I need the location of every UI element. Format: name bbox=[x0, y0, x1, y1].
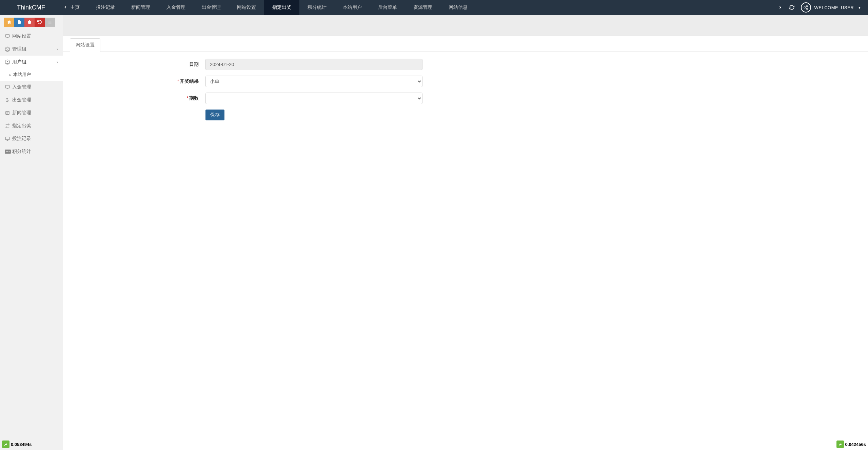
save-button[interactable]: 保存 bbox=[205, 110, 224, 120]
period-label: *期数 bbox=[63, 95, 205, 101]
chevron-right-icon: › bbox=[57, 47, 58, 52]
nav-tab-site-info[interactable]: 网站信息 bbox=[440, 0, 476, 15]
svg-line-3 bbox=[805, 8, 807, 9]
toolbar-recycle-button[interactable] bbox=[35, 18, 45, 27]
nav-scroll-right[interactable] bbox=[774, 0, 786, 15]
nav-tab-resources[interactable]: 资源管理 bbox=[405, 0, 440, 15]
toolbar-home-button[interactable] bbox=[4, 18, 14, 27]
nav-tab-points[interactable]: 积分统计 bbox=[299, 0, 335, 15]
swap-icon bbox=[5, 123, 12, 128]
period-select[interactable] bbox=[205, 93, 422, 104]
sidebar-menu: 网站设置 管理组 › 用户组 › ▸ 本站用户 入金管理 bbox=[0, 30, 63, 158]
caret-down-icon: ▼ bbox=[858, 6, 861, 9]
sidebar-item-label: 新闻管理 bbox=[12, 110, 58, 116]
result-select[interactable]: 小单 bbox=[205, 76, 422, 87]
top-navbar: ThinkCMF 主页 投注记录 新闻管理 入金管理 出金管理 网站设置 指定出… bbox=[0, 0, 868, 15]
date-input[interactable] bbox=[205, 59, 422, 70]
nav-tab-bet-records[interactable]: 投注记录 bbox=[88, 0, 123, 15]
panel-tab-site-settings[interactable]: 网站设置 bbox=[70, 38, 100, 52]
sidebar-subitem-label: 本站用户 bbox=[13, 72, 31, 78]
svg-text:VISA: VISA bbox=[6, 151, 10, 153]
svg-line-4 bbox=[805, 6, 807, 7]
user-menu[interactable]: WELCOME_USER ▼ bbox=[797, 0, 868, 15]
leaf-icon bbox=[2, 441, 9, 448]
panel-tabs: 网站设置 bbox=[63, 36, 868, 52]
triangle-right-icon: ▸ bbox=[9, 73, 11, 77]
result-label: *开奖结果 bbox=[63, 78, 205, 84]
sidebar-item-admin-group[interactable]: 管理组 › bbox=[0, 43, 63, 56]
sidebar-item-news[interactable]: 新闻管理 bbox=[0, 106, 63, 119]
sidebar-item-label: 积分统计 bbox=[12, 149, 58, 155]
sidebar: 网站设置 管理组 › 用户组 › ▸ 本站用户 入金管理 bbox=[0, 15, 63, 450]
settings-form: 日期 *开奖结果 小单 *期数 bbox=[63, 52, 436, 133]
sidebar-item-designated-draw[interactable]: 指定出奖 bbox=[0, 119, 63, 132]
home-icon bbox=[7, 20, 12, 25]
sidebar-item-deposit[interactable]: 入金管理 bbox=[0, 81, 63, 94]
sidebar-item-site-settings[interactable]: 网站设置 bbox=[0, 30, 63, 43]
sidebar-item-points[interactable]: VISA 积分统计 bbox=[0, 145, 63, 158]
user-solid-icon bbox=[5, 59, 12, 65]
perf-badge-left[interactable]: 0.053494s bbox=[2, 441, 32, 448]
visa-icon: VISA bbox=[5, 150, 12, 154]
toolbar-list-button[interactable] bbox=[45, 18, 55, 27]
svg-rect-15 bbox=[5, 85, 9, 88]
main-area: 网站设置 日期 *开奖结果 小单 bbox=[63, 15, 868, 450]
toolbar-trash-button[interactable] bbox=[24, 18, 35, 27]
sidebar-toolbar bbox=[0, 15, 63, 30]
svg-point-2 bbox=[807, 8, 808, 10]
nav-tab-home-label: 主页 bbox=[70, 4, 80, 11]
sidebar-item-label: 用户组 bbox=[12, 59, 57, 65]
chevron-right-icon: › bbox=[57, 60, 58, 64]
user-name-label: WELCOME_USER bbox=[814, 5, 854, 10]
content-panel: 网站设置 日期 *开奖结果 小单 bbox=[63, 35, 868, 450]
news-icon bbox=[5, 111, 12, 115]
user-circle-icon bbox=[5, 46, 12, 52]
svg-point-12 bbox=[7, 48, 8, 49]
monitor-icon bbox=[5, 85, 12, 90]
sidebar-item-label: 入金管理 bbox=[12, 84, 58, 90]
sidebar-item-label: 指定出奖 bbox=[12, 123, 58, 129]
list-icon bbox=[47, 20, 52, 25]
sidebar-item-withdraw[interactable]: 出金管理 bbox=[0, 94, 63, 106]
perf-badge-right[interactable]: 0.042456s bbox=[836, 441, 866, 448]
dollar-icon bbox=[5, 97, 12, 103]
nav-tab-withdraw[interactable]: 出金管理 bbox=[194, 0, 229, 15]
nav-tab-news[interactable]: 新闻管理 bbox=[123, 0, 158, 15]
monitor-icon bbox=[5, 136, 12, 141]
sidebar-item-label: 出金管理 bbox=[12, 97, 58, 103]
leaf-icon bbox=[836, 441, 844, 448]
nav-right: WELCOME_USER ▼ bbox=[774, 0, 868, 15]
sidebar-subitem-site-users[interactable]: ▸ 本站用户 bbox=[0, 69, 63, 81]
refresh-button[interactable] bbox=[786, 0, 797, 15]
nav-tab-home[interactable]: 主页 bbox=[55, 0, 88, 15]
nav-tab-site-settings[interactable]: 网站设置 bbox=[229, 0, 264, 15]
sidebar-item-user-group[interactable]: 用户组 › bbox=[0, 56, 63, 69]
nav-tabs: 主页 投注记录 新闻管理 入金管理 出金管理 网站设置 指定出奖 积分统计 本站… bbox=[55, 0, 774, 15]
chevron-left-icon bbox=[63, 5, 67, 10]
toolbar-file-button[interactable] bbox=[14, 18, 24, 27]
date-label: 日期 bbox=[63, 61, 205, 67]
nav-tab-deposit[interactable]: 入金管理 bbox=[158, 0, 194, 15]
file-icon bbox=[17, 20, 21, 25]
nav-tab-site-users[interactable]: 本站用户 bbox=[335, 0, 370, 15]
svg-rect-25 bbox=[5, 137, 9, 140]
perf-left-value: 0.053494s bbox=[11, 442, 32, 447]
share-icon bbox=[801, 2, 811, 13]
monitor-icon bbox=[5, 34, 12, 39]
sidebar-item-label: 投注记录 bbox=[12, 136, 58, 142]
svg-point-0 bbox=[807, 5, 808, 6]
sidebar-item-bet-records[interactable]: 投注记录 bbox=[0, 132, 63, 145]
main-header-space bbox=[63, 15, 868, 35]
sidebar-item-label: 网站设置 bbox=[12, 33, 58, 39]
nav-tab-admin-menu[interactable]: 后台菜单 bbox=[370, 0, 405, 15]
recycle-icon bbox=[37, 20, 42, 25]
brand-title: ThinkCMF bbox=[0, 4, 55, 11]
svg-point-14 bbox=[7, 61, 8, 62]
trash-icon bbox=[27, 20, 32, 25]
nav-tab-designated-draw[interactable]: 指定出奖 bbox=[264, 0, 299, 15]
sidebar-item-label: 管理组 bbox=[12, 46, 57, 52]
sidebar-submenu: ▸ 本站用户 bbox=[0, 69, 63, 81]
perf-right-value: 0.042456s bbox=[845, 442, 866, 447]
svg-rect-8 bbox=[5, 35, 9, 37]
svg-point-1 bbox=[804, 7, 805, 8]
